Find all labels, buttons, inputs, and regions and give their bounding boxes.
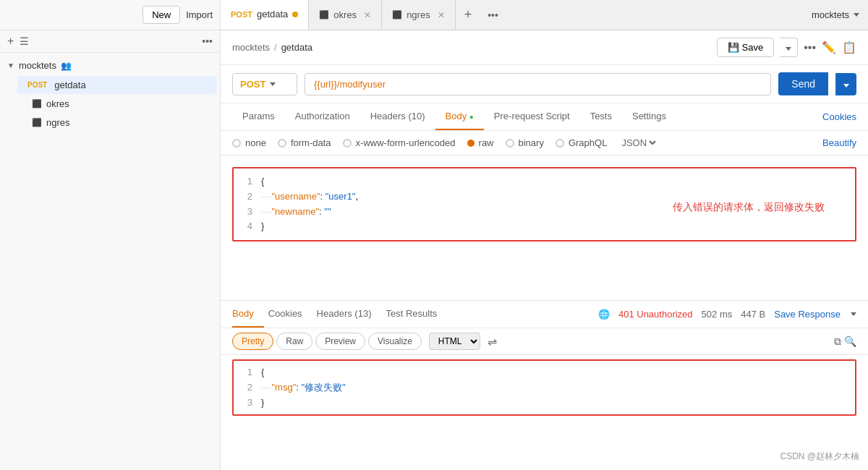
save-dropdown-button[interactable]: [780, 38, 798, 57]
res-tab-body[interactable]: Body: [232, 301, 264, 328]
url-input[interactable]: [305, 73, 771, 95]
more-tabs-icon[interactable]: •••: [480, 9, 506, 21]
body-type-bar: none form-data x-www-form-urlencoded raw…: [221, 131, 868, 155]
save-label: Save: [742, 42, 764, 53]
save-dropdown-icon: [786, 47, 791, 51]
watermark: CSDN @赵林夕木楠: [780, 450, 859, 463]
save-response-link[interactable]: Save Response: [774, 309, 841, 320]
sidebar-collections: ▼ mocktets 👥 POST getdata ⬛ okres ⬛ ngre…: [0, 53, 220, 470]
search-response-icon[interactable]: 🔍: [844, 336, 856, 347]
res-tab-cookies[interactable]: Cookies: [268, 301, 312, 328]
response-sub-tabs: Pretty Raw Preview Visualize HTML ⇌ ⧉ 🔍: [221, 328, 868, 355]
tab-bar: POST getdata ⬛ okres ✕ ⬛ ngres ✕ + ••• m…: [221, 0, 868, 30]
method-select[interactable]: POST: [232, 73, 297, 95]
response-panel: Body Cookies Headers (13) Test Results 🌐…: [221, 300, 868, 459]
tab-name: okres: [333, 9, 357, 20]
item-name: getdata: [54, 80, 85, 90]
line-content: ····"msg": "修改失败": [261, 380, 849, 396]
body-type-none[interactable]: none: [232, 137, 266, 148]
sub-tab-raw[interactable]: Raw: [276, 333, 312, 350]
res-tab-test-results[interactable]: Test Results: [386, 301, 447, 328]
res-line-1: 1 {: [234, 365, 855, 380]
more-icon[interactable]: •••: [202, 35, 213, 47]
status-size: 447 B: [741, 309, 765, 320]
save-response-dropdown[interactable]: [851, 312, 856, 316]
radio-urlencoded: [343, 139, 352, 148]
response-format-select[interactable]: HTML: [429, 333, 480, 350]
add-icon[interactable]: +: [7, 35, 14, 48]
tab-authorization[interactable]: Authorization: [285, 103, 360, 130]
response-status: 🌐 401 Unauthorized 502 ms 447 B Save Res…: [598, 309, 856, 320]
breadcrumb-more-button[interactable]: •••: [804, 41, 816, 54]
save-button[interactable]: 💾 Save: [717, 38, 775, 57]
main-area: POST getdata ⬛ okres ✕ ⬛ ngres ✕ + ••• m…: [221, 0, 868, 470]
tab-settings[interactable]: Settings: [622, 103, 676, 130]
line-content: }: [261, 219, 849, 234]
body-type-form-data-label: form-data: [291, 137, 331, 148]
workspace-selector[interactable]: mocktets: [803, 9, 868, 20]
tab-params[interactable]: Params: [232, 103, 285, 130]
close-tab-icon[interactable]: ✕: [364, 10, 371, 20]
sidebar-item-getdata[interactable]: POST getdata: [17, 76, 217, 94]
save-icon: 💾: [728, 42, 739, 53]
collection-name: mocktets: [19, 60, 56, 71]
body-type-graphql[interactable]: GraphQL: [556, 137, 607, 148]
line-number: 4: [239, 219, 261, 234]
copy-button[interactable]: 📋: [842, 40, 856, 54]
sidebar-item-okres[interactable]: ⬛ okres: [17, 95, 217, 113]
url-bar: POST Send: [221, 65, 868, 103]
cookies-link[interactable]: Cookies: [822, 104, 856, 129]
new-button[interactable]: New: [142, 6, 180, 24]
filter-icon[interactable]: ☰: [20, 35, 29, 47]
breadcrumb-parent: mocktets: [232, 42, 270, 53]
sidebar: New Import + ☰ ••• ▼ mocktets 👥 POST get…: [0, 0, 221, 470]
sub-tab-preview[interactable]: Preview: [315, 333, 365, 350]
response-icon: ⬛: [32, 99, 42, 108]
request-code-editor[interactable]: 1 { 2 ····"username": "user1", 3 ····"ne…: [221, 155, 868, 300]
body-type-raw[interactable]: raw: [467, 137, 494, 148]
tab-getdata[interactable]: POST getdata: [221, 0, 309, 30]
tab-name: getdata: [257, 9, 288, 20]
tab-name: ngres: [407, 9, 430, 20]
tab-tests[interactable]: Tests: [580, 103, 622, 130]
sidebar-item-ngres[interactable]: ⬛ ngres: [17, 114, 217, 132]
add-tab-button[interactable]: +: [456, 7, 481, 22]
copy-response-icon[interactable]: ⧉: [834, 336, 841, 348]
radio-raw: [467, 140, 475, 147]
line-number: 1: [239, 365, 261, 380]
tab-pre-request[interactable]: Pre-request Script: [484, 103, 580, 130]
import-button[interactable]: Import: [186, 9, 213, 20]
wrap-icon[interactable]: ⇌: [483, 335, 501, 349]
beautify-link[interactable]: Beautify: [822, 137, 856, 148]
tab-headers[interactable]: Headers (10): [360, 103, 435, 130]
send-button[interactable]: Send: [778, 72, 828, 95]
response-tabs-bar: Body Cookies Headers (13) Test Results 🌐…: [221, 301, 868, 328]
method-dropdown-icon: [270, 82, 276, 86]
body-type-form-data[interactable]: form-data: [278, 137, 331, 148]
globe-icon: 🌐: [598, 309, 610, 320]
res-tab-headers[interactable]: Headers (13): [317, 301, 382, 328]
send-dropdown-icon: [843, 84, 849, 87]
sub-tab-pretty[interactable]: Pretty: [232, 333, 273, 350]
response-code-editor[interactable]: 1 { 2 ····"msg": "修改失败" 3 }: [221, 355, 868, 459]
line-number: 2: [239, 189, 261, 205]
response-icon: ⬛: [32, 118, 42, 127]
send-dropdown-button[interactable]: [835, 73, 856, 95]
code-line-4: 4 }: [234, 219, 855, 234]
editor-area: 1 { 2 ····"username": "user1", 3 ····"ne…: [221, 155, 868, 470]
format-select[interactable]: JSON: [618, 137, 658, 149]
tab-body[interactable]: Body ●: [435, 103, 484, 130]
sub-tab-visualize[interactable]: Visualize: [368, 333, 422, 350]
collection-header[interactable]: ▼ mocktets 👥: [0, 56, 220, 75]
tab-okres[interactable]: ⬛ okres ✕: [309, 0, 382, 30]
radio-form-data: [278, 139, 286, 148]
edit-button[interactable]: ✏️: [822, 40, 836, 54]
tab-method-badge: POST: [231, 10, 252, 19]
body-type-binary-label: binary: [519, 137, 544, 148]
line-content: {: [261, 174, 849, 189]
tab-icon: ⬛: [319, 10, 329, 20]
body-type-urlencoded[interactable]: x-www-form-urlencoded: [343, 137, 456, 148]
body-type-binary[interactable]: binary: [506, 137, 544, 148]
close-tab-icon[interactable]: ✕: [438, 10, 445, 20]
tab-ngres[interactable]: ⬛ ngres ✕: [382, 0, 456, 30]
